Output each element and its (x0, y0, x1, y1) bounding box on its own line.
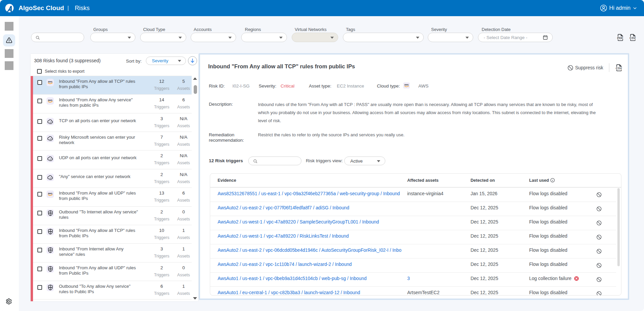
svg-text:PDF: PDF (617, 36, 623, 40)
svg-text:CSV: CSV (616, 67, 622, 70)
svg-text:aws: aws (48, 99, 52, 101)
svg-text:aws: aws (48, 80, 52, 83)
svg-text:aws: aws (405, 83, 409, 86)
svg-text:aws: aws (48, 192, 52, 195)
svg-text:CSV: CSV (630, 36, 636, 40)
